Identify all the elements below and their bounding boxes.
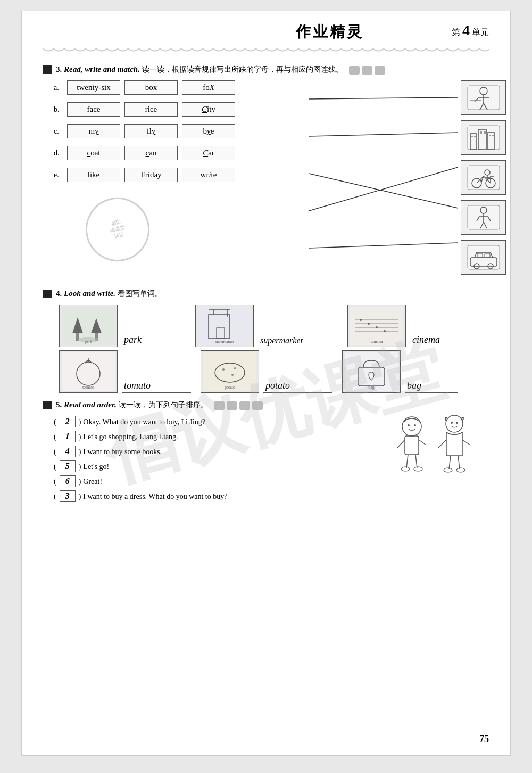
section5-header: 5. Read and order. 读一读，为下列句子排序。	[43, 399, 489, 410]
svg-line-47	[309, 243, 458, 248]
svg-point-95	[446, 415, 463, 432]
svg-line-92	[415, 455, 417, 468]
sentence-text-6: I want to buy a dress. What do you want …	[83, 492, 227, 501]
order-4: 4	[60, 446, 76, 457]
word-c2: fly	[124, 124, 178, 138]
order-5: 5	[60, 460, 76, 472]
write-cinema: cinema	[410, 331, 474, 347]
section3-header: 3. Read, write and match. 读一读，根据读音规律写出所缺…	[43, 64, 489, 75]
deco-icon-2	[362, 66, 372, 75]
page-header: 作业精灵 第 4 单元	[43, 22, 489, 42]
word-e3: write	[182, 168, 235, 182]
write-potato: potato	[263, 377, 332, 393]
word-d3: Car	[182, 146, 235, 160]
ex3-row-b: b. face rice City	[54, 102, 309, 117]
svg-point-69	[376, 326, 378, 328]
ex5-area: ( 2 ) Okay. What do you want to buy, Li …	[43, 416, 489, 502]
sentence-text-1: Okay. What do you want to buy, Li Jing?	[83, 418, 205, 426]
section4-number: 4.	[56, 289, 62, 298]
unit-prefix: 第	[452, 28, 460, 37]
svg-line-46	[309, 167, 458, 211]
stamp-overlay: 倡议优课堂认证	[79, 191, 157, 269]
cook-svg	[465, 83, 502, 112]
row-b-label: b.	[54, 105, 67, 114]
svg-line-91	[406, 455, 408, 468]
svg-point-93	[401, 467, 410, 471]
ex3-row-e: e. like Friday write	[54, 168, 309, 182]
svg-text:potato: potato	[225, 385, 235, 390]
write-park: park	[122, 331, 186, 347]
svg-point-87	[414, 424, 416, 426]
deco-icon-7	[252, 401, 263, 410]
pic-park: park	[59, 305, 118, 347]
section5-number: 5.	[56, 400, 62, 409]
ex3-row-d: d. coat can Car	[54, 146, 309, 160]
row-c-label: c.	[54, 127, 67, 136]
svg-point-103	[456, 468, 465, 472]
unit-label: 第 4 单元	[425, 22, 489, 39]
word-e2: Friday	[124, 168, 178, 182]
row-e-label: e.	[54, 171, 67, 179]
deco-icon-5	[227, 401, 237, 410]
city-svg	[465, 123, 502, 152]
app-title: 作业精灵	[234, 22, 425, 42]
pic-tomato: tomato	[59, 350, 118, 393]
page: 作业精灵 第 4 单元 3. Read, write and match. 读一…	[21, 11, 511, 756]
ex3-images	[461, 80, 506, 275]
word-b1: face	[67, 102, 120, 117]
section4-header: 4. Look and write. 看图写单词。	[43, 288, 489, 299]
section5-title: 5. Read and order. 读一读，为下列句子排序。	[56, 399, 263, 410]
svg-line-43	[309, 97, 458, 99]
write-tomato: tomato	[122, 377, 191, 393]
sentence-text-2: Let's go shopping, Liang Liang.	[83, 433, 178, 441]
section4-title: 4. Look and write. 看图写单词。	[56, 288, 162, 299]
img-car	[461, 240, 506, 275]
unit-number: 4	[462, 22, 470, 38]
svg-line-45	[309, 174, 458, 208]
pic-potato: potato	[201, 350, 259, 393]
svg-point-86	[408, 424, 410, 426]
write-bag: bag	[405, 377, 458, 393]
svg-point-78	[222, 368, 225, 371]
word-d2: can	[124, 146, 178, 160]
ex4-row2: tomato tomato potato potato	[59, 350, 489, 393]
word-d1: coat	[67, 146, 120, 160]
svg-point-102	[444, 468, 452, 472]
person-svg	[465, 203, 502, 232]
character-illustration	[388, 410, 478, 512]
section3-deco	[349, 66, 385, 75]
car-svg	[465, 243, 502, 272]
ex3-row-c: c. my fly bye	[54, 124, 309, 138]
order-1: 1	[60, 431, 76, 442]
row-a-label: a.	[54, 84, 67, 92]
svg-rect-12	[471, 136, 473, 137]
section4-title-english: Look and write.	[64, 289, 115, 298]
order-6: 6	[60, 475, 76, 487]
svg-point-70	[384, 330, 386, 332]
svg-rect-88	[405, 436, 419, 455]
svg-point-85	[402, 417, 421, 436]
svg-line-89	[397, 440, 405, 448]
section3-title-chinese: 读一读，根据读音规律写出所缺的字母，再与相应的图连线。	[142, 65, 343, 73]
word-b2: rice	[124, 102, 178, 117]
svg-text:bag: bag	[368, 385, 375, 390]
deco-icon-4	[214, 401, 225, 410]
deco-icon-1	[349, 66, 360, 75]
img-bike	[461, 160, 506, 195]
sentence-text-5: Great!	[83, 478, 102, 486]
svg-text:tomato: tomato	[82, 385, 94, 390]
section5-block	[43, 401, 52, 409]
word-a1: twenty-six	[67, 80, 120, 95]
svg-rect-13	[474, 136, 476, 137]
word-c3: bye	[182, 124, 235, 138]
section3-number: 3.	[56, 65, 62, 73]
section5-title-chinese: 读一读，为下列句子排序。	[119, 401, 208, 409]
order-3: 3	[60, 490, 76, 502]
word-a3: foX	[182, 80, 235, 95]
img-person	[461, 200, 506, 235]
svg-rect-15	[484, 131, 486, 134]
svg-line-100	[449, 456, 451, 469]
svg-line-44	[309, 133, 458, 136]
section4-block	[43, 290, 52, 298]
word-e1: like	[67, 168, 120, 182]
